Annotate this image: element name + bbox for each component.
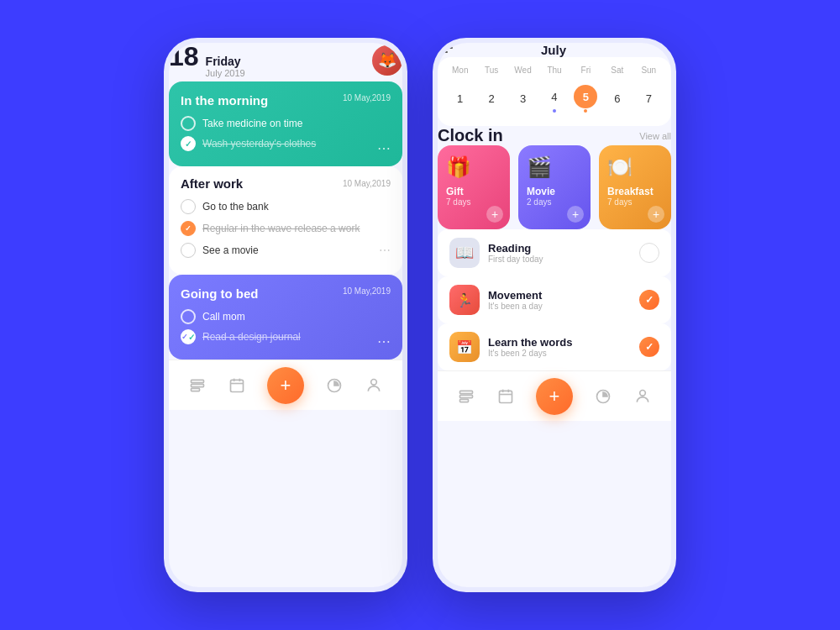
words-check[interactable] bbox=[639, 337, 659, 357]
words-name: Learn the words bbox=[488, 336, 631, 349]
cal-label-sat: Sat bbox=[601, 66, 633, 75]
date-number: 18 bbox=[169, 43, 199, 70]
cal-day-1[interactable]: 1 bbox=[444, 80, 475, 118]
svg-rect-3 bbox=[231, 380, 244, 391]
cal-day-2[interactable]: 2 bbox=[475, 80, 507, 118]
right-bottom-nav: + bbox=[438, 370, 671, 421]
gift-add-button[interactable]: + bbox=[486, 206, 503, 223]
after-circle-1 bbox=[181, 199, 196, 214]
svg-rect-2 bbox=[191, 388, 199, 391]
cal-label-wed: Wed bbox=[507, 66, 538, 75]
clock-in-header: Clock in View all bbox=[438, 126, 671, 145]
movie-days: 2 days bbox=[527, 197, 551, 207]
cal-day-3[interactable]: 3 bbox=[507, 80, 538, 118]
calendar: Mon Tus Wed Thu Fri Sat Sun 1 2 bbox=[438, 57, 671, 126]
words-icon: 📅 bbox=[449, 332, 480, 362]
morning-title: In the morning bbox=[181, 93, 268, 108]
svg-rect-10 bbox=[459, 395, 472, 397]
svg-rect-11 bbox=[459, 399, 468, 402]
habit-card-breakfast[interactable]: 🍽️ Breakfast 7 days + bbox=[599, 145, 671, 229]
left-bottom-nav: + bbox=[169, 360, 402, 410]
reading-name: Reading bbox=[488, 242, 631, 255]
morning-card: In the morning 10 May,2019 Take medicine… bbox=[169, 81, 402, 166]
morning-task-text-2: Wash yesterday's clothes bbox=[202, 138, 316, 150]
cal-day-4[interactable]: 4 bbox=[538, 80, 570, 118]
reading-sub: First day today bbox=[488, 255, 631, 264]
bed-task-1[interactable]: Call mom bbox=[181, 309, 391, 324]
right-nav-calendar-icon[interactable] bbox=[496, 386, 516, 407]
left-fab-button[interactable]: + bbox=[267, 367, 304, 404]
cal-day-7[interactable]: 7 bbox=[633, 80, 664, 118]
cal-label-thu: Thu bbox=[538, 66, 570, 75]
svg-point-8 bbox=[371, 379, 377, 385]
cal-day-num-6: 6 bbox=[606, 87, 629, 111]
morning-date: 10 May,2019 bbox=[343, 93, 391, 102]
cal-label-fri: Fri bbox=[570, 66, 601, 75]
movement-info: Movement It's been a day bbox=[488, 289, 631, 311]
cal-day-6[interactable]: 6 bbox=[601, 80, 633, 118]
movie-icon: 🎬 bbox=[527, 155, 552, 179]
after-work-more-button[interactable]: ⋯ bbox=[379, 244, 391, 257]
bed-task-2[interactable]: ✓ Read a design journal bbox=[181, 329, 391, 344]
cal-label-mon: Mon bbox=[444, 66, 475, 75]
month-title: July bbox=[541, 43, 566, 57]
task-circle-1 bbox=[181, 116, 196, 131]
task-circle-2 bbox=[181, 136, 196, 151]
after-work-task-1[interactable]: Go to the bank bbox=[181, 199, 391, 214]
right-fab-button[interactable]: + bbox=[536, 378, 573, 415]
cal-day-num-1: 1 bbox=[449, 87, 472, 111]
reading-icon: 📖 bbox=[449, 238, 480, 268]
morning-task-1[interactable]: Take medicine on time bbox=[181, 116, 391, 131]
breakfast-icon: 🍽️ bbox=[607, 155, 633, 179]
svg-rect-1 bbox=[191, 384, 203, 386]
nav-chart-icon[interactable] bbox=[324, 375, 344, 396]
date-day: Friday bbox=[206, 55, 245, 68]
breakfast-add-button[interactable]: + bbox=[648, 206, 664, 223]
bed-more-button[interactable]: ⋯ bbox=[377, 333, 391, 349]
nav-user-icon[interactable] bbox=[364, 375, 384, 396]
bed-circle-1 bbox=[181, 309, 196, 324]
after-text-1: Go to the bank bbox=[202, 201, 269, 213]
svg-rect-9 bbox=[459, 391, 472, 393]
habit-movement[interactable]: 🏃 Movement It's been a day bbox=[438, 276, 671, 323]
hamburger-menu[interactable] bbox=[438, 47, 453, 53]
nav-list-icon[interactable] bbox=[187, 375, 207, 396]
right-nav-chart-icon[interactable] bbox=[593, 386, 613, 407]
breakfast-days: 7 days bbox=[607, 197, 632, 207]
cal-label-tue: Tus bbox=[475, 66, 507, 75]
movie-add-button[interactable]: + bbox=[567, 206, 584, 223]
cal-day-5[interactable]: 5 bbox=[570, 80, 601, 118]
date-month: July 2019 bbox=[206, 68, 245, 78]
after-circle-2 bbox=[181, 221, 196, 236]
morning-more-button[interactable]: ⋯ bbox=[377, 140, 391, 156]
gift-days: 7 days bbox=[446, 197, 470, 207]
view-all-button[interactable]: View all bbox=[639, 131, 671, 141]
avatar[interactable]: 🦊 bbox=[372, 45, 402, 76]
habit-card-gift[interactable]: 🎁 Gift 7 days + bbox=[438, 145, 510, 229]
breakfast-name: Breakfast bbox=[607, 186, 654, 197]
right-nav-list-icon[interactable] bbox=[456, 386, 476, 407]
cal-day-num-5: 5 bbox=[574, 85, 597, 108]
reading-check[interactable] bbox=[639, 243, 659, 263]
cal-day-num-3: 3 bbox=[512, 87, 535, 111]
after-work-task-2[interactable]: Regular in the wave release a work bbox=[181, 221, 391, 236]
morning-task-text-1: Take medicine on time bbox=[202, 118, 302, 129]
clock-in-title: Clock in bbox=[438, 126, 503, 145]
cal-day-num-7: 7 bbox=[637, 87, 660, 111]
movement-check[interactable] bbox=[639, 290, 659, 310]
right-nav-user-icon[interactable] bbox=[633, 386, 653, 407]
date-block: 18 Friday July 2019 bbox=[169, 43, 245, 78]
habit-card-movie[interactable]: 🎬 Movie 2 days + bbox=[518, 145, 591, 229]
movie-name: Movie bbox=[527, 186, 555, 197]
habit-words[interactable]: 📅 Learn the words It's been 2 days bbox=[438, 323, 671, 370]
after-work-task-3[interactable]: See a movie ⋯ bbox=[181, 243, 391, 258]
cal-dot-5 bbox=[584, 109, 587, 113]
after-work-section: After work 10 May,2019 Go to the bank Re… bbox=[169, 166, 402, 275]
reading-info: Reading First day today bbox=[488, 242, 631, 264]
nav-calendar-icon[interactable] bbox=[227, 375, 247, 396]
cal-label-sun: Sun bbox=[633, 66, 664, 75]
movement-name: Movement bbox=[488, 289, 631, 302]
morning-task-2[interactable]: Wash yesterday's clothes bbox=[181, 136, 391, 151]
habit-reading[interactable]: 📖 Reading First day today bbox=[438, 229, 671, 276]
left-phone: 18 Friday July 2019 🦊 In the morning 10 … bbox=[164, 38, 407, 592]
